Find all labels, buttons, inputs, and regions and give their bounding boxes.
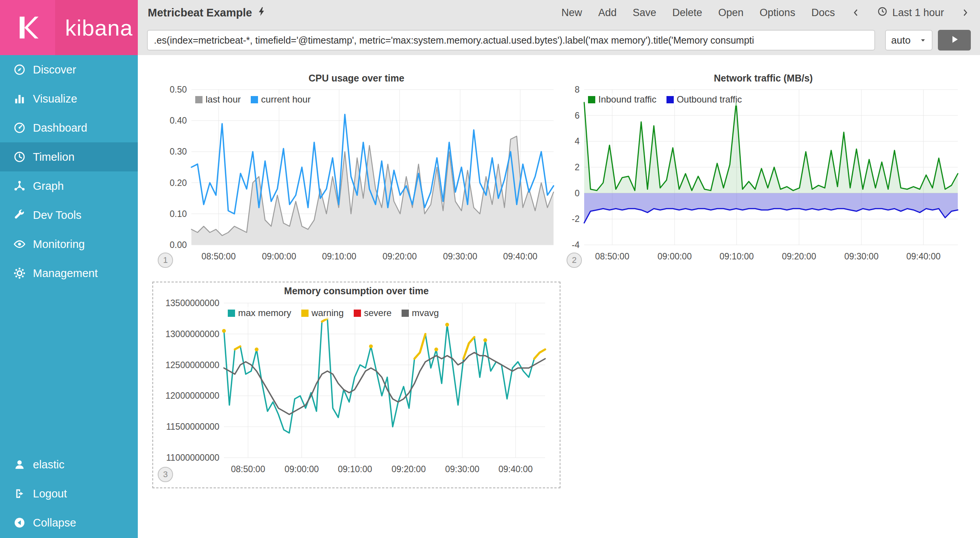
- sidebar: kibana Discover Visualize Dashboard: [0, 0, 138, 538]
- y-tick-label: 0.50: [170, 85, 187, 95]
- y-tick-label: 8: [575, 85, 580, 95]
- sidebar-item-label: Collapse: [33, 517, 76, 529]
- new-button[interactable]: New: [562, 7, 582, 19]
- legend-swatch: [195, 96, 203, 103]
- series-point: [445, 323, 449, 327]
- time-back-button[interactable]: [851, 8, 861, 18]
- legend-item: current hour: [251, 94, 310, 105]
- chart-panel-memory[interactable]: Memory consumption over time110000000001…: [152, 282, 560, 488]
- timelion-query-input[interactable]: [147, 30, 875, 51]
- sidebar-item-collapse[interactable]: Collapse: [0, 508, 138, 537]
- legend-item: last hour: [195, 94, 241, 105]
- sidebar-item-logout[interactable]: Logout: [0, 479, 138, 508]
- y-tick-label: 11500000000: [166, 422, 219, 432]
- sidebar-item-discover[interactable]: Discover: [0, 55, 138, 84]
- sidebar-item-timelion[interactable]: Timelion: [0, 142, 138, 171]
- series-line: [415, 334, 426, 359]
- sidebar-item-dashboard[interactable]: Dashboard: [0, 113, 138, 142]
- sidebar-footer: elastic Logout Collapse: [0, 450, 138, 537]
- x-tick-label: 09:20:00: [392, 464, 426, 474]
- y-tick-label: 13000000000: [165, 329, 219, 339]
- sidebar-item-dev-tools[interactable]: Dev Tools: [0, 201, 138, 230]
- series-point: [222, 329, 226, 333]
- sidebar-item-user-elastic[interactable]: elastic: [0, 450, 138, 479]
- y-tick-label: 12500000000: [165, 360, 219, 370]
- sidebar-item-label: Management: [33, 267, 98, 280]
- topbar: Metricbeat Example New Add Save Delete O…: [138, 0, 980, 25]
- run-query-button[interactable]: [938, 30, 971, 51]
- sidebar-item-monitoring[interactable]: Monitoring: [0, 230, 138, 259]
- sidebar-item-label: Graph: [33, 180, 64, 192]
- legend-label: warning: [312, 308, 344, 318]
- sidebar-item-label: Visualize: [33, 93, 77, 105]
- timelion-sheet: CPU usage over time0.000.100.200.300.400…: [138, 55, 980, 538]
- y-tick-label: 0: [575, 188, 580, 198]
- legend-label: Inbound traffic: [598, 94, 657, 105]
- series-line: [224, 318, 545, 433]
- x-tick-label: 09:20:00: [382, 251, 417, 261]
- kibana-app: kibana Discover Visualize Dashboard: [0, 0, 980, 538]
- y-tick-label: 4: [575, 136, 580, 146]
- legend-swatch: [666, 96, 674, 103]
- y-tick-label: -2: [572, 214, 580, 224]
- legend-swatch: [228, 310, 235, 317]
- delete-button[interactable]: Delete: [672, 7, 702, 19]
- panel-number-badge: 1: [158, 253, 173, 268]
- legend-swatch: [402, 310, 409, 317]
- x-tick-label: 08:50:00: [201, 251, 236, 261]
- collapse-icon: [13, 516, 33, 529]
- series-point: [483, 338, 487, 342]
- series-line: [235, 346, 240, 349]
- x-tick-label: 09:10:00: [719, 251, 754, 261]
- chevron-down-icon: [920, 34, 926, 46]
- x-tick-label: 09:40:00: [503, 251, 537, 261]
- save-button[interactable]: Save: [633, 7, 657, 19]
- kibana-logo[interactable]: kibana: [0, 0, 138, 55]
- y-tick-label: 2: [575, 162, 580, 172]
- sidebar-item-management[interactable]: Management: [0, 259, 138, 288]
- legend-label: severe: [364, 308, 392, 318]
- logout-icon: [13, 487, 33, 500]
- query-bar: auto: [138, 25, 980, 55]
- x-tick-label: 09:10:00: [322, 251, 356, 261]
- add-button[interactable]: Add: [598, 7, 617, 19]
- x-tick-label: 09:40:00: [906, 251, 941, 261]
- clock-icon: [877, 6, 888, 20]
- compass-icon: [13, 63, 33, 76]
- timelion-clock-icon: [13, 150, 33, 163]
- sidebar-item-label: Logout: [33, 487, 67, 500]
- options-button[interactable]: Options: [760, 7, 795, 19]
- chart-legend: Inbound trafficOutbound traffic: [586, 93, 743, 106]
- legend-label: mvavg: [412, 308, 439, 318]
- chart-panel-cpu[interactable]: CPU usage over time0.000.100.200.300.400…: [153, 70, 560, 269]
- dashboard-icon: [13, 121, 33, 134]
- y-tick-label: 0.40: [170, 116, 187, 126]
- legend-item: Outbound traffic: [666, 94, 742, 105]
- open-button[interactable]: Open: [718, 7, 743, 19]
- sidebar-item-label: Discover: [33, 64, 76, 76]
- y-tick-label: 0.10: [170, 209, 187, 219]
- legend-label: max memory: [238, 308, 291, 318]
- topbar-actions: New Add Save Delete Open Options Docs La…: [562, 6, 970, 20]
- time-forward-button[interactable]: [960, 8, 970, 18]
- sidebar-item-graph[interactable]: Graph: [0, 171, 138, 201]
- graph-icon: [13, 179, 33, 192]
- gear-icon: [13, 267, 33, 280]
- sidebar-item-label: elastic: [33, 458, 64, 471]
- y-tick-label: 6: [575, 111, 580, 121]
- legend-item: Inbound traffic: [588, 94, 657, 105]
- interval-select[interactable]: auto: [885, 30, 933, 51]
- sidebar-item-visualize[interactable]: Visualize: [0, 84, 138, 113]
- sidebar-nav: Discover Visualize Dashboard Timelion: [0, 55, 138, 288]
- y-tick-label: 13500000000: [165, 298, 219, 308]
- sheet-title: Metricbeat Example: [148, 7, 252, 19]
- y-tick-label: 0.20: [170, 178, 187, 188]
- y-tick-label: 0.00: [170, 240, 187, 250]
- kibana-logo-text: kibana: [65, 15, 133, 41]
- docs-button[interactable]: Docs: [811, 7, 835, 19]
- time-picker[interactable]: Last 1 hour: [877, 6, 944, 20]
- series-line: [584, 209, 958, 223]
- eye-icon: [13, 238, 33, 251]
- bar-chart-icon: [13, 92, 33, 105]
- chart-panel-network[interactable]: Network traffic (MB/s)-4-20246808:50:000…: [562, 70, 965, 269]
